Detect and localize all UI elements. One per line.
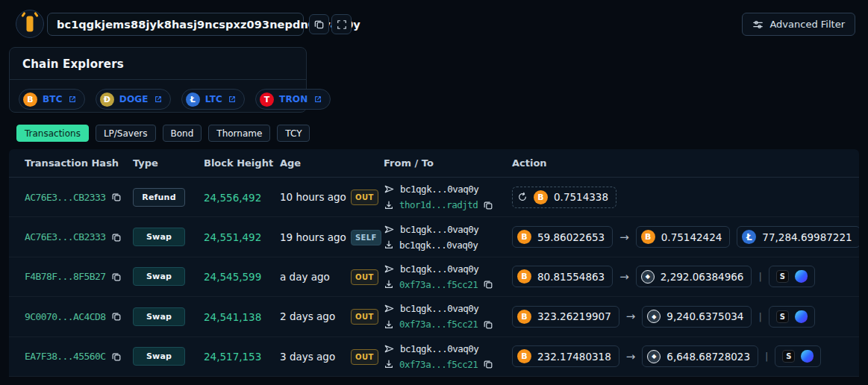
copy-icon[interactable] [483,279,493,289]
table-header-row: Transaction Hash Type Block Height Age F… [9,149,859,178]
block-height-link[interactable]: 24,541,138 [204,311,261,323]
expand-icon [337,19,347,30]
swap-in-box[interactable]: B 80.81554863 [512,266,613,287]
from-address-link[interactable]: bc1qgk...0vaq0y [400,224,478,235]
swap-out-box[interactable]: Ł 77,284.69987221 [737,226,859,248]
copy-address-button[interactable] [309,14,329,34]
swap-out-amount: 9,240.6375034 [666,310,743,322]
copy-icon[interactable] [111,232,122,242]
block-height-link[interactable]: 24,551,492 [204,231,261,243]
tab-tcy[interactable]: TCY [277,125,310,142]
explorer-label: BTC [43,94,63,104]
from-address-link[interactable]: bc1qgk...0vaq0y [400,343,478,354]
col-block-height: Block Height [204,157,280,169]
tab-transactions[interactable]: Transactions [16,125,89,142]
copy-icon[interactable] [483,359,493,369]
type-badge: Swap [133,267,185,286]
copy-icon[interactable] [483,319,493,330]
age-text: 19 hours ago [280,231,351,243]
from-address-link[interactable]: bc1qgk...0vaq0y [400,303,478,314]
btc-coin-icon: B [534,190,548,204]
col-age: Age [280,157,351,169]
tab-thorname[interactable]: Thorname [208,125,270,142]
bitcoin-logo [16,10,44,38]
tron-icon: T [260,93,274,107]
direction-badge: OUT [351,349,378,365]
table-row: 9C0070...AC4CD8 Swap 24,541,138 2 days a… [9,297,859,337]
block-height-link[interactable]: 24,517,153 [204,351,261,363]
tx-hash-link[interactable]: 9C0070...AC4CD8 [25,311,105,322]
tab-bar: Transactions LP/Savers Bond Thorname TCY [16,125,310,142]
swap-out-amount: 6,648.68728023 [666,351,750,363]
copy-icon[interactable] [111,311,122,322]
chain-explorers-card: Chain Explorers B BTC Ð DOGE Ł LTC T TRO… [9,47,307,113]
explorer-link-btc[interactable]: B BTC [19,89,85,110]
swap-out-box[interactable]: ◆ 6,648.68728023 [642,345,758,367]
eth-coin-icon: ◆ [647,350,661,363]
wallet-shield-icon [795,310,808,323]
explorer-link-tron[interactable]: T TRON [255,89,330,110]
tx-hash-link[interactable]: EA7F38...45560C [25,351,105,362]
explorer-link-doge[interactable]: Ð DOGE [96,89,171,110]
to-address-link[interactable]: 0xf73a...f5cc21 [399,319,478,330]
advanced-filter-button[interactable]: Advanced Filter [742,13,855,36]
send-icon [384,303,395,314]
table-row: EA7F38...45560C Swap 24,517,153 3 days a… [9,337,859,377]
swap-in-box[interactable]: B 232.17480318 [512,345,619,367]
to-address-link[interactable]: 0xf73a...f5cc21 [399,359,478,370]
type-badge: Refund [133,188,185,207]
to-address-link[interactable]: 0xf73a...f5cc21 [399,279,478,290]
send-icon [384,184,395,195]
tx-hash-link[interactable]: AC76E3...CB2333 [25,192,105,203]
interface-badge-box[interactable]: S [769,306,815,328]
interface-badge-box[interactable]: S [769,266,815,287]
wallet-shield-icon [795,270,808,283]
qr-expand-button[interactable] [331,14,352,34]
swap-arrow-icon: → [619,270,629,284]
interface-badge-box[interactable]: S [775,345,821,367]
copy-icon[interactable] [111,272,122,282]
direction-badge: SELF [351,230,381,245]
col-transaction-hash: Transaction Hash [25,157,133,169]
table-row: F4B78F...8F5B27 Swap 24,545,599 a day ag… [9,257,859,297]
address-input[interactable]: bc1qgkjems88jyk8hasj9ncspxz093nepdn00vaq… [47,13,304,36]
divider: | [758,271,761,282]
swap-out-box[interactable]: ◆ 9,240.6375034 [642,306,752,328]
tx-hash-link[interactable]: F4B78F...8F5B27 [25,271,105,282]
send-icon [384,343,395,354]
col-action: Action [512,157,859,169]
block-height-link[interactable]: 24,556,492 [204,192,261,204]
swap-in-box[interactable]: B 323.26219907 [512,306,619,328]
tx-hash-link[interactable]: AC76E3...CB2333 [25,231,105,242]
copy-icon[interactable] [483,200,493,210]
from-address-link[interactable]: bc1qgk...0vaq0y [400,263,478,275]
to-address-link[interactable]: bc1qgk...0vaq0y [399,240,478,251]
tab-lp-savers[interactable]: LP/Savers [96,125,156,142]
logo-tick [21,12,25,17]
receive-icon [384,279,394,289]
doge-icon: Ð [100,93,114,107]
refund-amount-box[interactable]: B 0.7514338 [512,187,616,208]
refund-amount: 0.7514338 [554,191,608,203]
swap-out-box[interactable]: B 0.75142424 [636,226,731,248]
receive-icon [384,319,394,330]
copy-icon[interactable] [111,351,122,362]
chain-explorer-links: B BTC Ð DOGE Ł LTC T TRON [10,80,306,119]
wallet-shield-icon [801,350,814,363]
aggregator-s-icon: S [782,350,795,363]
advanced-filter-label: Advanced Filter [769,19,845,30]
swap-in-amount: 232.17480318 [537,351,611,363]
from-address-link[interactable]: bc1qgk...0vaq0y [400,184,478,195]
tab-bond[interactable]: Bond [163,125,202,142]
swap-arrow-icon: → [626,350,636,363]
to-address-link[interactable]: thor1d...radjtd [399,199,478,210]
swap-in-box[interactable]: B 59.86022653 [512,226,613,248]
table-row: AC76E3...CB2333 Swap 24,551,492 19 hours… [9,217,859,257]
aggregator-s-icon: S [776,270,789,283]
copy-icon[interactable] [111,192,122,202]
swap-out-box[interactable]: ◆ 2,292.06384966 [636,266,752,287]
explorer-address-page: { "topbar": { "address": "bc1qgkjems88jy… [0,0,868,385]
explorer-link-ltc[interactable]: Ł LTC [181,89,245,110]
transactions-table: Transaction Hash Type Block Height Age F… [9,149,859,377]
block-height-link[interactable]: 24,545,599 [204,271,261,283]
